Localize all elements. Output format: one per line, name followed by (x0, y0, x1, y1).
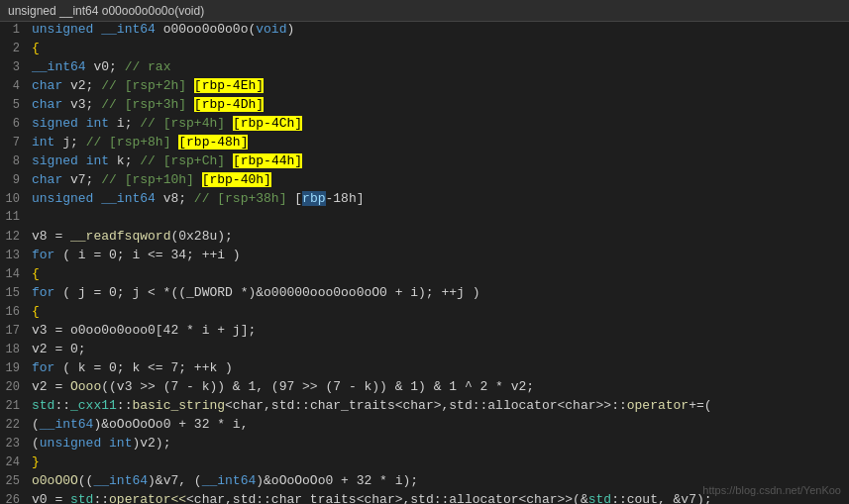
code-content: char v7; // [rsp+10h] [rbp-40h] (32, 172, 845, 187)
code-content: v3 = o0oo0o0ooo0[42 * i + j]; (32, 323, 845, 338)
code-content: v2 = Oooo((v3 >> (7 - k)) & 1, (97 >> (7… (32, 379, 845, 394)
line-number: 10 (4, 192, 32, 206)
line-number: 12 (4, 230, 32, 244)
table-row: 5 char v3; // [rsp+3h] [rbp-4Dh] (0, 97, 849, 116)
line-number: 8 (4, 154, 32, 168)
table-row: 23 (unsigned int)v2); (0, 436, 849, 454)
line-number: 24 (4, 455, 32, 469)
table-row: 12 v8 = __readfsqword(0x28u); (0, 229, 849, 248)
code-content: signed int k; // [rsp+Ch] [rbp-44h] (32, 153, 845, 168)
table-row: 14 { (0, 266, 849, 285)
table-row: 7 int j; // [rsp+8h] [rbp-48h] (0, 135, 849, 153)
line-number: 1 (4, 23, 32, 37)
line-number: 9 (4, 173, 32, 187)
code-content: (unsigned int)v2); (32, 436, 845, 451)
code-container: unsigned __int64 o00oo0o0o0o(void) 1unsi… (0, 0, 849, 504)
table-row: 15 for ( j = 0; j < *((_DWORD *)&o00000o… (0, 285, 849, 304)
line-number: 17 (4, 324, 32, 338)
table-row: 16 { (0, 304, 849, 323)
line-number: 21 (4, 399, 32, 413)
line-number: 16 (4, 305, 32, 319)
table-row: 18 v2 = 0; (0, 342, 849, 360)
code-content: char v3; // [rsp+3h] [rbp-4Dh] (32, 97, 845, 112)
table-row: 3 __int64 v0; // rax (0, 59, 849, 78)
code-content: unsigned __int64 v8; // [rsp+38h] [rbp-1… (32, 191, 845, 206)
table-row: 24 } (0, 454, 849, 473)
table-row: 2{ (0, 41, 849, 59)
line-number: 3 (4, 60, 32, 74)
code-content: unsigned __int64 o00oo0o0o0o(void) (32, 22, 845, 37)
line-number: 5 (4, 98, 32, 112)
table-row: 11 (0, 210, 849, 229)
line-number: 13 (4, 249, 32, 262)
table-row: 19 for ( k = 0; k <= 7; ++k ) (0, 360, 849, 379)
table-row: 6 signed int i; // [rsp+4h] [rbp-4Ch] (0, 116, 849, 135)
table-row: 8 signed int k; // [rsp+Ch] [rbp-44h] (0, 153, 849, 172)
code-content: __int64 v0; // rax (32, 59, 845, 74)
line-number: 23 (4, 437, 32, 451)
code-content: std::_cxx11::basic_string<char,std::char… (32, 398, 845, 413)
line-number: 26 (4, 493, 32, 504)
code-content: int j; // [rsp+8h] [rbp-48h] (32, 135, 845, 150)
code-content: { (32, 266, 845, 281)
function-signature: unsigned __int64 o00oo0o0o0o(void) (8, 4, 204, 18)
line-number: 18 (4, 343, 32, 356)
code-content: } (32, 454, 845, 469)
table-row: 9 char v7; // [rsp+10h] [rbp-40h] (0, 172, 849, 191)
code-content: char v2; // [rsp+2h] [rbp-4Eh] (32, 78, 845, 93)
code-content: signed int i; // [rsp+4h] [rbp-4Ch] (32, 116, 845, 131)
code-lines: 1unsigned __int64 o00oo0o0o0o(void)2{3 _… (0, 22, 849, 504)
code-content: (__int64)&oOoOoOo0 + 32 * i, (32, 417, 845, 432)
table-row: 4 char v2; // [rsp+2h] [rbp-4Eh] (0, 78, 849, 97)
table-row: 10 unsigned __int64 v8; // [rsp+38h] [rb… (0, 191, 849, 210)
line-number: 19 (4, 361, 32, 375)
code-content: v8 = __readfsqword(0x28u); (32, 229, 845, 244)
table-row: 17 v3 = o0oo0o0ooo0[42 * i + j]; (0, 323, 849, 342)
code-content: { (32, 304, 845, 319)
line-number: 7 (4, 136, 32, 150)
line-number: 14 (4, 267, 32, 281)
watermark: https://blog.csdn.net/YenKoo (702, 484, 841, 496)
code-content: v2 = 0; (32, 342, 845, 356)
line-number: 15 (4, 286, 32, 300)
code-content: for ( k = 0; k <= 7; ++k ) (32, 360, 845, 375)
line-number: 25 (4, 474, 32, 488)
line-number: 6 (4, 117, 32, 131)
code-content: for ( i = 0; i <= 34; ++i ) (32, 248, 845, 262)
code-content: for ( j = 0; j < *((_DWORD *)&o00000ooo0… (32, 285, 845, 300)
line-number: 22 (4, 418, 32, 432)
line-number: 11 (4, 210, 32, 224)
table-row: 1unsigned __int64 o00oo0o0o0o(void) (0, 22, 849, 41)
code-content: { (32, 41, 845, 55)
line-number: 20 (4, 380, 32, 394)
table-row: 21 std::_cxx11::basic_string<char,std::c… (0, 398, 849, 417)
top-bar: unsigned __int64 o00oo0o0o0o(void) (0, 0, 849, 22)
table-row: 20 v2 = Oooo((v3 >> (7 - k)) & 1, (97 >>… (0, 379, 849, 398)
table-row: 22 (__int64)&oOoOoOo0 + 32 * i, (0, 417, 849, 436)
line-number: 2 (4, 42, 32, 55)
table-row: 13 for ( i = 0; i <= 34; ++i ) (0, 248, 849, 266)
line-number: 4 (4, 79, 32, 93)
